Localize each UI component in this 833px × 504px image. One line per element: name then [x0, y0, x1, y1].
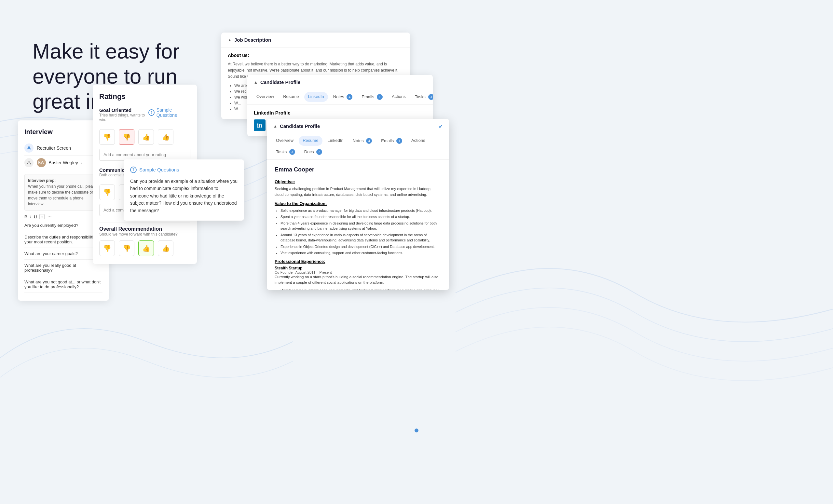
more-options-button[interactable]: ···	[47, 214, 51, 220]
svg-point-0	[28, 146, 30, 148]
tab-emails-bg[interactable]: Emails 1	[358, 92, 386, 102]
question-text-4: What are you really good at professional…	[24, 263, 76, 273]
question-text-5: What are you not good at... or what don'…	[24, 280, 100, 289]
thumbs-up-strong-overall[interactable]: 👍	[158, 240, 173, 256]
thumbs-down-selected-1[interactable]: 👎	[119, 129, 135, 145]
job-company-1: Stealth Startup	[275, 266, 441, 270]
question-item-3: What are your career goals?	[24, 251, 102, 260]
question-item-1: Are you currently employed?	[24, 223, 102, 231]
question-text-1: Are you currently employed?	[24, 223, 78, 228]
value-bullet-4: Around 13 years of experience in various…	[281, 232, 441, 243]
value-bullets: Solid experience as a product manager fo…	[275, 208, 441, 256]
italic-button[interactable]: I	[30, 214, 31, 219]
tooltip-header-label: Sample Questions	[139, 166, 179, 174]
goal-oriented-label: Goal Oriented	[99, 107, 148, 113]
question-item-2: Describe the duties and responsibilities…	[24, 235, 102, 248]
formatting-toolbar: B I U ⊞ ···	[24, 214, 102, 220]
tab-actions-bg[interactable]: Actions	[388, 92, 410, 102]
resume-divider	[275, 176, 441, 176]
tab-resume-bg[interactable]: Resume	[279, 92, 303, 102]
interview-item-recruiter[interactable]: Recruiter Screen ›	[24, 141, 102, 155]
carousel-dot[interactable]	[414, 429, 419, 432]
expand-button[interactable]: ⊞	[39, 214, 45, 219]
job-desc-title: Job Description	[234, 37, 271, 43]
rating-buttons-overall: 👎 👎 👍 👍	[99, 240, 190, 256]
tab-tasks-bg[interactable]: Tasks 3	[411, 92, 433, 102]
question-text-3: What are your career goals?	[24, 251, 78, 256]
tasks-badge-bg: 3	[428, 94, 433, 100]
thumbs-up-selected-overall[interactable]: 👍	[138, 240, 154, 256]
tab-actions-main[interactable]: Actions	[407, 136, 429, 146]
tab-overview-main[interactable]: Overview	[272, 136, 298, 146]
linkedin-logo-icon[interactable]: in	[254, 119, 265, 131]
notes-badge-main: 4	[366, 138, 372, 144]
tab-notes-main[interactable]: Notes 4	[349, 136, 376, 146]
recruiter-screen-label: Recruiter Screen	[37, 145, 98, 151]
question-item-5: What are you not good at... or what don'…	[24, 280, 102, 293]
svg-point-1	[28, 161, 30, 163]
bold-button[interactable]: B	[24, 214, 27, 219]
goal-oriented-subtitle: Tries hard things, wants to win.	[99, 113, 148, 122]
goal-oriented-section: Goal Oriented Tries hard things, wants t…	[99, 107, 190, 161]
job-desc-header[interactable]: ▲ Job Description	[221, 32, 410, 47]
value-bullet-6: Vast experience with consulting, support…	[281, 250, 441, 256]
notes-badge-bg: 4	[347, 94, 352, 100]
candidate-profile-main: ▲ Candidate Profile ⤢ Overview Resume Li…	[267, 119, 449, 290]
rating-buttons-1: 👎 👎 👍 👍	[99, 129, 190, 145]
docs-badge-main: 2	[316, 149, 322, 155]
objective-text: Seeking a challenging position in Produc…	[275, 186, 441, 198]
candidate-profile-main-header[interactable]: ▲ Candidate Profile ⤢	[267, 119, 449, 134]
candidate-profile-bg-header[interactable]: ▲ Candidate Profile	[247, 75, 433, 90]
emails-badge-main: 1	[396, 138, 402, 144]
thumbs-up-strong-1[interactable]: 👍	[158, 129, 173, 145]
value-bullet-3: More than 4 years experience in designin…	[281, 221, 441, 231]
question-item-4: What are you really good at professional…	[24, 263, 102, 276]
interview-panel-title: Interview	[24, 128, 102, 136]
recruiter-icon	[24, 143, 33, 152]
sample-questions-label-1: Sample Questions	[157, 107, 190, 118]
job-bullets-1: Developed the business case, requirement…	[275, 288, 441, 290]
thumbs-down-1[interactable]: 👎	[99, 129, 115, 145]
underline-button[interactable]: U	[34, 214, 37, 219]
notes-label: Interview prep:	[28, 178, 56, 183]
thumbs-up-1[interactable]: 👍	[138, 129, 154, 145]
tooltip-text: Can you provide an example of a situatio…	[130, 178, 238, 214]
tab-tasks-main[interactable]: Tasks 3	[272, 147, 299, 157]
tab-linkedin-bg[interactable]: LinkedIn	[304, 92, 328, 102]
candidate-profile-bg-tabs: Overview Resume LinkedIn Notes 4 Emails …	[247, 90, 433, 105]
tab-notes-bg[interactable]: Notes 4	[329, 92, 357, 102]
candidate-profile-main-title: Candidate Profile	[280, 123, 320, 129]
resume-name: Emma Cooper	[275, 166, 441, 173]
candidate-profile-bg-title: Candidate Profile	[260, 79, 300, 85]
job-role-1: Co-Founder, August 2011 – Present	[275, 270, 441, 274]
objective-title: Objective:	[275, 179, 441, 184]
question-tooltip: ? Sample Questions Can you provide an ex…	[124, 160, 244, 221]
thumbs-down-2[interactable]: 👎	[99, 185, 115, 200]
emails-badge-bg: 1	[377, 94, 383, 100]
ratings-title: Ratings	[99, 92, 190, 101]
value-bullet-1: Solid experience as a product manager fo…	[281, 208, 441, 213]
sample-questions-button-1[interactable]: ? Sample Questions	[148, 107, 190, 118]
comment-input-1[interactable]	[99, 149, 190, 161]
tab-resume-main[interactable]: Resume	[299, 136, 322, 146]
tooltip-icon: ?	[130, 167, 137, 173]
tab-emails-main[interactable]: Emails 1	[377, 136, 406, 146]
person-icon	[24, 158, 33, 167]
collapse-chevron-2-icon: ▲	[254, 80, 258, 85]
tab-docs-main[interactable]: Docs 2	[300, 147, 326, 157]
chevron-right-icon-2: ›	[81, 161, 82, 165]
thumbs-down-soft-overall[interactable]: 👎	[119, 240, 135, 256]
expand-window-icon[interactable]: ⤢	[438, 124, 443, 129]
interview-item-buster[interactable]: BW Buster Wegley ›	[24, 155, 102, 170]
value-bullet-2: Spent a year as a co-founder responsible…	[281, 214, 441, 220]
job-bullet-1-1: Developed the business case, requirement…	[281, 288, 441, 290]
overall-rec-title: Overall Recommendation	[99, 226, 190, 232]
collapse-chevron-3-icon: ▲	[273, 124, 277, 128]
value-bullet-5: Experience in Object Oriented design and…	[281, 244, 441, 249]
question-text-2: Describe the duties and responsibilities…	[24, 235, 102, 244]
tab-overview-bg[interactable]: Overview	[253, 92, 278, 102]
collapse-chevron-icon: ▲	[228, 38, 232, 42]
tasks-badge-main: 3	[289, 149, 295, 155]
thumbs-down-overall[interactable]: 👎	[99, 240, 115, 256]
tab-linkedin-main[interactable]: LinkedIn	[324, 136, 348, 146]
